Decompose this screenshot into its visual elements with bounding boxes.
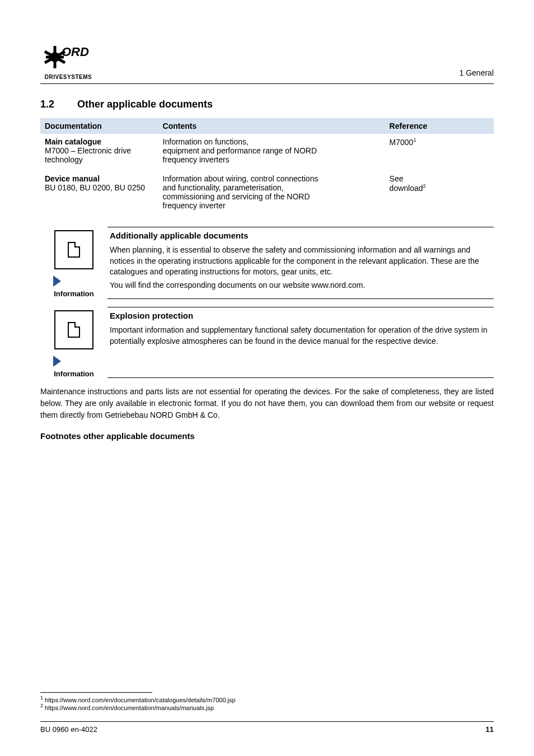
- footnote-link[interactable]: https://www.nord.com/en/documentation/ca…: [45, 696, 236, 703]
- info-caption: Information: [54, 290, 94, 298]
- reference-cell: See download2: [385, 171, 494, 213]
- doc-title: Device manual: [45, 174, 154, 183]
- reference-link[interactable]: See download2: [390, 174, 426, 193]
- document-icon: [68, 242, 80, 258]
- col-contents: Contents: [158, 118, 385, 134]
- table-header-row: Documentation Contents Reference: [40, 118, 494, 134]
- breadcrumb: 1 General: [460, 68, 494, 77]
- section-heading: 1.2Other applicable documents: [40, 99, 494, 110]
- svg-text:ORD: ORD: [62, 45, 89, 59]
- col-documentation: Documentation: [40, 118, 158, 134]
- contents-cell: Information about wiring, control connec…: [158, 171, 385, 213]
- page-footer: BU 0960 en-4022 11: [40, 721, 494, 734]
- table-row: Main catalogue M7000 – Electronic drive …: [40, 134, 494, 167]
- page-header: ORD DRIVESYSTEMS 1 General: [40, 40, 494, 84]
- info-title: Additionally applicable documents: [110, 231, 491, 240]
- document-icon: [68, 322, 80, 338]
- info-i-icon: [54, 230, 93, 269]
- doc-cell: Device manual BU 0180, BU 0200, BU 0250: [40, 171, 158, 213]
- footer-doc-id: BU 0960 en-4022: [40, 725, 97, 734]
- body-paragraph: Maintenance instructions and parts lists…: [40, 386, 494, 421]
- triangle-icon: [53, 276, 61, 287]
- info-title: Explosion protection: [110, 311, 491, 320]
- reference-link[interactable]: M70001: [390, 138, 416, 147]
- info-box-additional-docs: Information Additionally applicable docu…: [40, 227, 494, 299]
- info-line: When planning, it is essential to observ…: [110, 245, 491, 278]
- info-line: Important information and supplementary …: [110, 325, 491, 347]
- reference-cell: M70001: [385, 134, 494, 167]
- info-box-explosion: Information Explosion protection Importa…: [40, 307, 494, 378]
- table-row: Device manual BU 0180, BU 0200, BU 0250 …: [40, 171, 494, 213]
- triangle-icon: [53, 356, 61, 367]
- section-title-text: Other applicable documents: [77, 99, 213, 110]
- col-reference: Reference: [385, 118, 494, 134]
- doc-subtitle: BU 0180, BU 0200, BU 0250: [45, 183, 154, 192]
- info-i-icon: [54, 310, 93, 349]
- info-line: You will find the corresponding document…: [110, 280, 491, 291]
- info-icon-block: Information: [40, 227, 107, 299]
- nord-gear-logo: ORD: [40, 40, 96, 74]
- doc-subtitle: M7000 – Electronic drive technology: [45, 146, 154, 164]
- documents-table: Documentation Contents Reference Main ca…: [40, 118, 494, 213]
- footnotes-heading: Footnotes other applicable documents: [40, 431, 494, 441]
- info-caption: Information: [54, 370, 94, 378]
- footer-page-number: 11: [486, 725, 494, 734]
- info-content: Explosion protection Important informati…: [107, 307, 494, 378]
- section-number: 1.2: [40, 99, 77, 110]
- info-content: Additionally applicable documents When p…: [107, 227, 494, 299]
- footnote-line: 2 https://www.nord.com/en/documentation/…: [40, 703, 494, 711]
- doc-title: Main catalogue: [45, 137, 154, 146]
- brand-logo: ORD DRIVESYSTEMS: [40, 40, 96, 80]
- contents-cell: Information on functions, equipment and …: [158, 134, 385, 167]
- info-icon-block: Information: [40, 307, 107, 378]
- doc-cell: Main catalogue M7000 – Electronic drive …: [40, 134, 158, 167]
- footnotes: 1 https://www.nord.com/en/documentation/…: [40, 692, 494, 711]
- footnote-line: 1 https://www.nord.com/en/documentation/…: [40, 695, 494, 703]
- footnote-link[interactable]: https://www.nord.com/en/documentation/ma…: [45, 704, 214, 711]
- brand-tagline: DRIVESYSTEMS: [45, 74, 92, 80]
